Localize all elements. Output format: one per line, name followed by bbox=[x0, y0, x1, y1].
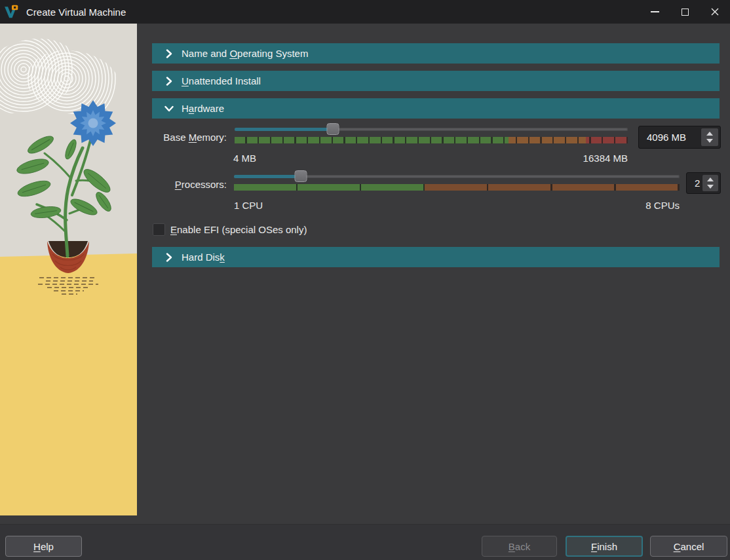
memory-slider-fill bbox=[235, 128, 333, 131]
efi-label[interactable]: Enable EFI (special OSes only) bbox=[170, 224, 307, 235]
section-title-unattended: Unattended Install bbox=[182, 75, 261, 86]
memory-max-label: 16384 MB bbox=[235, 153, 628, 164]
section-header-hard-disk[interactable]: Hard Disk bbox=[152, 247, 720, 267]
virtualbox-logo-icon bbox=[4, 4, 20, 20]
processors-slider-thumb[interactable] bbox=[295, 170, 307, 182]
memory-spinbox-value[interactable]: 4096 MB bbox=[639, 132, 701, 143]
memory-slider[interactable] bbox=[235, 128, 628, 131]
section-header-name-os[interactable]: Name and Operating System bbox=[152, 43, 720, 64]
close-icon bbox=[710, 7, 720, 16]
help-button[interactable]: Help bbox=[5, 536, 82, 557]
processors-spinbox[interactable]: 2 bbox=[686, 172, 721, 194]
chevron-right-icon bbox=[164, 252, 174, 263]
chevron-right-icon bbox=[164, 48, 174, 59]
section-title-hard-disk: Hard Disk bbox=[182, 252, 225, 263]
section-header-hardware[interactable]: Hardware bbox=[152, 98, 720, 119]
memory-spin-down-icon[interactable] bbox=[706, 139, 713, 143]
processors-label: Processors: bbox=[131, 179, 227, 190]
wizard-artwork bbox=[0, 24, 137, 515]
section-header-unattended[interactable]: Unattended Install bbox=[152, 71, 720, 91]
processors-spin-up-icon[interactable] bbox=[707, 177, 714, 181]
window-title: Create Virtual Machine bbox=[26, 7, 126, 18]
memory-slider-scale bbox=[235, 137, 628, 143]
processors-slider-fill bbox=[234, 175, 301, 178]
minimize-icon bbox=[651, 11, 659, 12]
chevron-right-icon bbox=[164, 76, 174, 86]
processors-spinbox-value[interactable]: 2 bbox=[687, 177, 702, 189]
create-vm-dialog: Create Virtual Machine bbox=[0, 0, 730, 560]
memory-spinbox[interactable]: 4096 MB bbox=[638, 126, 721, 149]
base-memory-label: Base Memory: bbox=[131, 132, 227, 143]
memory-scale-ticks bbox=[235, 137, 628, 143]
processors-spin-down-icon[interactable] bbox=[707, 185, 714, 189]
memory-slider-thumb[interactable] bbox=[327, 123, 339, 135]
processors-spin-buttons bbox=[702, 175, 718, 191]
titlebar: Create Virtual Machine bbox=[0, 0, 730, 24]
close-button[interactable] bbox=[700, 0, 730, 24]
back-button[interactable]: Back bbox=[482, 536, 557, 557]
processors-slider-scale bbox=[234, 184, 680, 191]
minimize-button[interactable] bbox=[640, 0, 670, 24]
chevron-down-icon bbox=[164, 103, 174, 114]
efi-checkbox[interactable] bbox=[153, 223, 165, 236]
section-title-hardware: Hardware bbox=[182, 103, 224, 114]
maximize-icon bbox=[682, 9, 689, 16]
finish-button[interactable]: Finish bbox=[566, 536, 643, 557]
section-title-name-os: Name and Operating System bbox=[182, 48, 308, 59]
maximize-button[interactable] bbox=[670, 0, 700, 24]
processors-max-label: 8 CPUs bbox=[234, 200, 680, 211]
memory-spin-up-icon[interactable] bbox=[706, 132, 713, 136]
memory-spin-buttons bbox=[701, 128, 718, 146]
cancel-button[interactable]: Cancel bbox=[650, 536, 727, 557]
processors-slider[interactable] bbox=[234, 175, 680, 178]
processors-scale-ticks bbox=[234, 184, 680, 191]
